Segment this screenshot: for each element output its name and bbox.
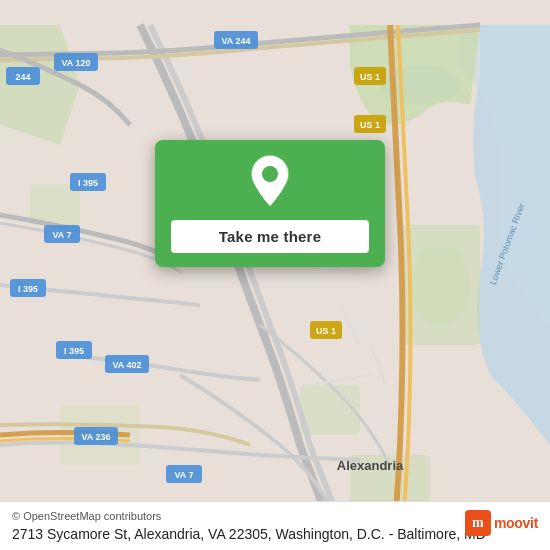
take-me-there-button[interactable]: Take me there	[171, 220, 369, 253]
map-svg: VA 120 VA 244 US 1 US 1 244 I 395 VA 7 I…	[0, 0, 550, 550]
svg-text:Alexandria: Alexandria	[337, 458, 404, 473]
svg-text:US 1: US 1	[360, 72, 380, 82]
svg-text:VA 402: VA 402	[112, 360, 141, 370]
bottom-info: © OpenStreetMap contributors 2713 Sycamo…	[12, 510, 538, 542]
svg-rect-2	[30, 185, 80, 225]
osm-credit: © OpenStreetMap contributors	[12, 510, 486, 522]
map-container: VA 120 VA 244 US 1 US 1 244 I 395 VA 7 I…	[0, 0, 550, 550]
svg-text:US 1: US 1	[316, 326, 336, 336]
svg-point-36	[262, 166, 278, 182]
svg-text:244: 244	[15, 72, 30, 82]
svg-text:VA 244: VA 244	[221, 36, 250, 46]
svg-rect-4	[300, 385, 360, 435]
svg-text:VA 7: VA 7	[52, 230, 71, 240]
moovit-logo: m moovit	[465, 510, 538, 536]
address-line: 2713 Sycamore St, Alexandria, VA 22305, …	[12, 526, 486, 542]
svg-text:I 395: I 395	[64, 346, 84, 356]
svg-text:VA 236: VA 236	[81, 432, 110, 442]
bottom-bar: © OpenStreetMap contributors 2713 Sycamo…	[0, 501, 550, 550]
popup-card: Take me there	[155, 140, 385, 267]
svg-text:VA 120: VA 120	[61, 58, 90, 68]
svg-text:US 1: US 1	[360, 120, 380, 130]
moovit-text: moovit	[494, 515, 538, 531]
svg-text:I 395: I 395	[18, 284, 38, 294]
moovit-m-icon: m	[465, 510, 491, 536]
address-block: © OpenStreetMap contributors 2713 Sycamo…	[12, 510, 486, 542]
location-pin-icon	[247, 154, 293, 210]
svg-text:I 395: I 395	[78, 178, 98, 188]
svg-text:VA 7: VA 7	[174, 470, 193, 480]
svg-point-3	[410, 245, 470, 325]
